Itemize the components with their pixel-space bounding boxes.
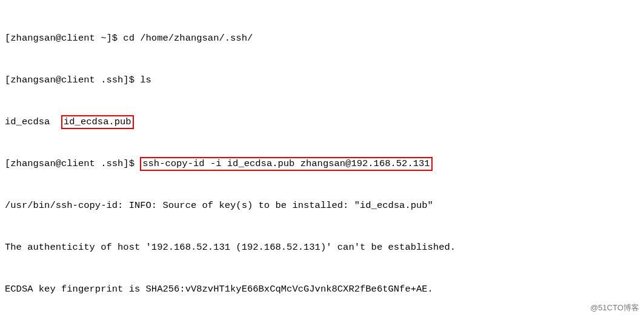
line-7: ECDSA key fingerprint is SHA256:vV8zvHT1… xyxy=(5,282,639,296)
watermark-text: @51CTO博客 xyxy=(590,302,639,313)
highlight-pubkey-file: id_ecdsa.pub xyxy=(61,115,134,129)
line-1: [zhangsan@client ~]$ cd /home/zhangsan/.… xyxy=(5,32,639,45)
line-3: id_ecdsa id_ecdsa.pub xyxy=(5,115,639,129)
ls-output-1: id_ecdsa xyxy=(5,116,61,127)
prompt: [zhangsan@client ~]$ xyxy=(5,33,123,44)
line-4: [zhangsan@client .ssh]$ ssh-copy-id -i i… xyxy=(5,157,639,171)
line-6: The authenticity of host '192.168.52.131… xyxy=(5,241,639,255)
prompt: [zhangsan@client .ssh]$ xyxy=(5,158,140,169)
line-2: [zhangsan@client .ssh]$ ls xyxy=(5,73,639,87)
command-ls: ls xyxy=(140,75,151,85)
command-cd: cd /home/zhangsan/.ssh/ xyxy=(123,33,253,44)
prompt: [zhangsan@client .ssh]$ xyxy=(5,75,140,85)
terminal-output[interactable]: [zhangsan@client ~]$ cd /home/zhangsan/.… xyxy=(0,0,644,317)
highlight-ssh-copy-id-command: ssh-copy-id -i id_ecdsa.pub zhangsan@192… xyxy=(140,157,432,171)
line-5: /usr/bin/ssh-copy-id: INFO: Source of ke… xyxy=(5,199,639,213)
